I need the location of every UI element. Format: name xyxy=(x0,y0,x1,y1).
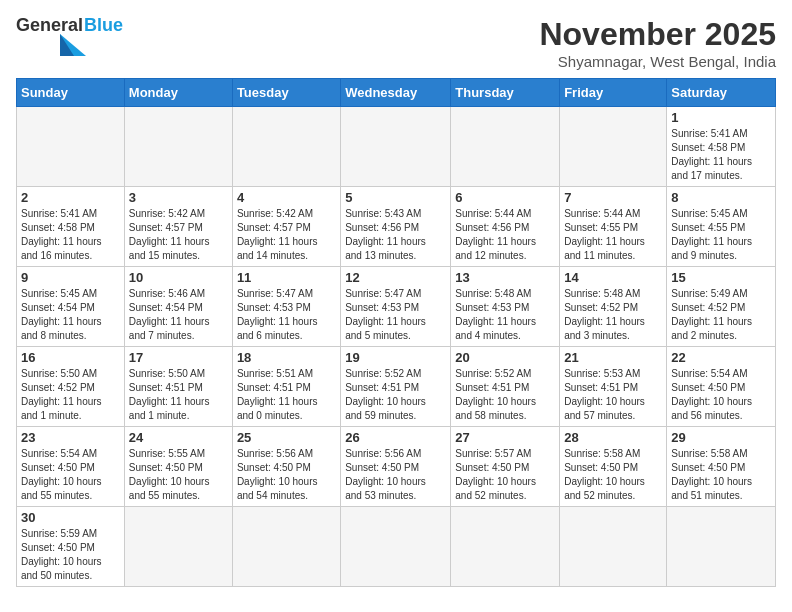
title-block: November 2025 Shyamnagar, West Bengal, I… xyxy=(539,16,776,70)
calendar-week-6: 30Sunrise: 5:59 AM Sunset: 4:50 PM Dayli… xyxy=(17,507,776,587)
calendar-cell: 7Sunrise: 5:44 AM Sunset: 4:55 PM Daylig… xyxy=(560,187,667,267)
calendar-header-row: SundayMondayTuesdayWednesdayThursdayFrid… xyxy=(17,79,776,107)
location: Shyamnagar, West Bengal, India xyxy=(539,53,776,70)
calendar-cell: 4Sunrise: 5:42 AM Sunset: 4:57 PM Daylig… xyxy=(232,187,340,267)
calendar-cell: 9Sunrise: 5:45 AM Sunset: 4:54 PM Daylig… xyxy=(17,267,125,347)
calendar-week-4: 16Sunrise: 5:50 AM Sunset: 4:52 PM Dayli… xyxy=(17,347,776,427)
calendar-cell xyxy=(667,507,776,587)
day-number: 21 xyxy=(564,350,662,365)
day-number: 4 xyxy=(237,190,336,205)
day-number: 24 xyxy=(129,430,228,445)
day-number: 6 xyxy=(455,190,555,205)
calendar-cell xyxy=(124,507,232,587)
calendar-cell: 18Sunrise: 5:51 AM Sunset: 4:51 PM Dayli… xyxy=(232,347,340,427)
day-info: Sunrise: 5:59 AM Sunset: 4:50 PM Dayligh… xyxy=(21,527,120,583)
calendar-cell xyxy=(451,507,560,587)
day-info: Sunrise: 5:45 AM Sunset: 4:55 PM Dayligh… xyxy=(671,207,771,263)
logo-blue: Blue xyxy=(84,16,123,34)
day-number: 3 xyxy=(129,190,228,205)
day-info: Sunrise: 5:46 AM Sunset: 4:54 PM Dayligh… xyxy=(129,287,228,343)
calendar-week-1: 1Sunrise: 5:41 AM Sunset: 4:58 PM Daylig… xyxy=(17,107,776,187)
calendar-cell: 8Sunrise: 5:45 AM Sunset: 4:55 PM Daylig… xyxy=(667,187,776,267)
day-number: 15 xyxy=(671,270,771,285)
day-number: 7 xyxy=(564,190,662,205)
calendar-cell: 25Sunrise: 5:56 AM Sunset: 4:50 PM Dayli… xyxy=(232,427,340,507)
day-info: Sunrise: 5:44 AM Sunset: 4:55 PM Dayligh… xyxy=(564,207,662,263)
day-info: Sunrise: 5:50 AM Sunset: 4:52 PM Dayligh… xyxy=(21,367,120,423)
day-info: Sunrise: 5:42 AM Sunset: 4:57 PM Dayligh… xyxy=(129,207,228,263)
day-number: 13 xyxy=(455,270,555,285)
logo: General Blue xyxy=(16,16,123,56)
calendar-cell xyxy=(341,507,451,587)
calendar-cell: 11Sunrise: 5:47 AM Sunset: 4:53 PM Dayli… xyxy=(232,267,340,347)
day-number: 8 xyxy=(671,190,771,205)
day-header-tuesday: Tuesday xyxy=(232,79,340,107)
day-info: Sunrise: 5:41 AM Sunset: 4:58 PM Dayligh… xyxy=(671,127,771,183)
day-info: Sunrise: 5:51 AM Sunset: 4:51 PM Dayligh… xyxy=(237,367,336,423)
calendar-cell: 16Sunrise: 5:50 AM Sunset: 4:52 PM Dayli… xyxy=(17,347,125,427)
day-number: 11 xyxy=(237,270,336,285)
day-number: 22 xyxy=(671,350,771,365)
calendar-cell: 13Sunrise: 5:48 AM Sunset: 4:53 PM Dayli… xyxy=(451,267,560,347)
day-info: Sunrise: 5:57 AM Sunset: 4:50 PM Dayligh… xyxy=(455,447,555,503)
day-number: 14 xyxy=(564,270,662,285)
day-info: Sunrise: 5:43 AM Sunset: 4:56 PM Dayligh… xyxy=(345,207,446,263)
day-number: 30 xyxy=(21,510,120,525)
day-info: Sunrise: 5:55 AM Sunset: 4:50 PM Dayligh… xyxy=(129,447,228,503)
day-info: Sunrise: 5:56 AM Sunset: 4:50 PM Dayligh… xyxy=(345,447,446,503)
day-info: Sunrise: 5:50 AM Sunset: 4:51 PM Dayligh… xyxy=(129,367,228,423)
calendar-cell xyxy=(560,107,667,187)
calendar-cell: 22Sunrise: 5:54 AM Sunset: 4:50 PM Dayli… xyxy=(667,347,776,427)
day-number: 19 xyxy=(345,350,446,365)
calendar-week-5: 23Sunrise: 5:54 AM Sunset: 4:50 PM Dayli… xyxy=(17,427,776,507)
day-number: 25 xyxy=(237,430,336,445)
calendar-week-3: 9Sunrise: 5:45 AM Sunset: 4:54 PM Daylig… xyxy=(17,267,776,347)
day-number: 5 xyxy=(345,190,446,205)
day-number: 2 xyxy=(21,190,120,205)
calendar-cell xyxy=(560,507,667,587)
day-info: Sunrise: 5:48 AM Sunset: 4:52 PM Dayligh… xyxy=(564,287,662,343)
calendar-cell xyxy=(124,107,232,187)
page-header: General Blue November 2025 Shyamnagar, W… xyxy=(16,16,776,70)
calendar-cell: 15Sunrise: 5:49 AM Sunset: 4:52 PM Dayli… xyxy=(667,267,776,347)
day-info: Sunrise: 5:56 AM Sunset: 4:50 PM Dayligh… xyxy=(237,447,336,503)
day-info: Sunrise: 5:41 AM Sunset: 4:58 PM Dayligh… xyxy=(21,207,120,263)
calendar-week-2: 2Sunrise: 5:41 AM Sunset: 4:58 PM Daylig… xyxy=(17,187,776,267)
calendar-cell: 29Sunrise: 5:58 AM Sunset: 4:50 PM Dayli… xyxy=(667,427,776,507)
calendar-cell xyxy=(232,107,340,187)
day-number: 26 xyxy=(345,430,446,445)
day-info: Sunrise: 5:49 AM Sunset: 4:52 PM Dayligh… xyxy=(671,287,771,343)
calendar-cell: 14Sunrise: 5:48 AM Sunset: 4:52 PM Dayli… xyxy=(560,267,667,347)
day-header-wednesday: Wednesday xyxy=(341,79,451,107)
day-info: Sunrise: 5:45 AM Sunset: 4:54 PM Dayligh… xyxy=(21,287,120,343)
calendar-table: SundayMondayTuesdayWednesdayThursdayFrid… xyxy=(16,78,776,587)
day-info: Sunrise: 5:44 AM Sunset: 4:56 PM Dayligh… xyxy=(455,207,555,263)
day-number: 9 xyxy=(21,270,120,285)
day-info: Sunrise: 5:52 AM Sunset: 4:51 PM Dayligh… xyxy=(345,367,446,423)
logo-icon xyxy=(16,34,86,56)
calendar-cell: 17Sunrise: 5:50 AM Sunset: 4:51 PM Dayli… xyxy=(124,347,232,427)
calendar-cell: 26Sunrise: 5:56 AM Sunset: 4:50 PM Dayli… xyxy=(341,427,451,507)
day-info: Sunrise: 5:48 AM Sunset: 4:53 PM Dayligh… xyxy=(455,287,555,343)
day-info: Sunrise: 5:54 AM Sunset: 4:50 PM Dayligh… xyxy=(671,367,771,423)
day-header-saturday: Saturday xyxy=(667,79,776,107)
day-info: Sunrise: 5:47 AM Sunset: 4:53 PM Dayligh… xyxy=(345,287,446,343)
calendar-cell: 23Sunrise: 5:54 AM Sunset: 4:50 PM Dayli… xyxy=(17,427,125,507)
calendar-cell: 19Sunrise: 5:52 AM Sunset: 4:51 PM Dayli… xyxy=(341,347,451,427)
month-title: November 2025 xyxy=(539,16,776,53)
day-info: Sunrise: 5:52 AM Sunset: 4:51 PM Dayligh… xyxy=(455,367,555,423)
calendar-cell: 10Sunrise: 5:46 AM Sunset: 4:54 PM Dayli… xyxy=(124,267,232,347)
day-number: 10 xyxy=(129,270,228,285)
day-info: Sunrise: 5:47 AM Sunset: 4:53 PM Dayligh… xyxy=(237,287,336,343)
calendar-cell: 5Sunrise: 5:43 AM Sunset: 4:56 PM Daylig… xyxy=(341,187,451,267)
day-number: 16 xyxy=(21,350,120,365)
day-number: 28 xyxy=(564,430,662,445)
day-info: Sunrise: 5:42 AM Sunset: 4:57 PM Dayligh… xyxy=(237,207,336,263)
day-header-sunday: Sunday xyxy=(17,79,125,107)
day-number: 29 xyxy=(671,430,771,445)
calendar-cell: 21Sunrise: 5:53 AM Sunset: 4:51 PM Dayli… xyxy=(560,347,667,427)
day-info: Sunrise: 5:58 AM Sunset: 4:50 PM Dayligh… xyxy=(671,447,771,503)
calendar-cell: 24Sunrise: 5:55 AM Sunset: 4:50 PM Dayli… xyxy=(124,427,232,507)
day-number: 1 xyxy=(671,110,771,125)
calendar-cell xyxy=(232,507,340,587)
